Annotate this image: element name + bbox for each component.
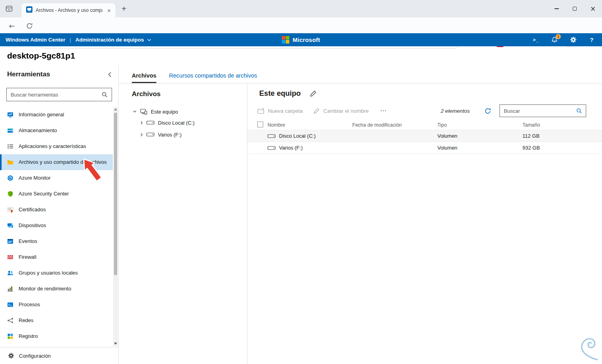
sidebar-item-firewall[interactable]: Firewall bbox=[0, 249, 113, 265]
content-tabs: Archivos Recursos compartidos de archivo… bbox=[119, 65, 602, 83]
column-header-tipo[interactable]: Tipo bbox=[437, 122, 522, 128]
tab-archivos[interactable]: Archivos bbox=[132, 72, 156, 83]
tab-title: Archivos - Archivos y uso compa bbox=[36, 8, 103, 13]
page-title: desktop-5gc81p1 bbox=[7, 51, 75, 61]
maximize-button[interactable] bbox=[566, 0, 584, 17]
folder-icon bbox=[7, 159, 14, 165]
scrollbar-thumb[interactable] bbox=[114, 113, 117, 275]
sidebar-item-label: Dispositivos bbox=[19, 222, 46, 229]
sidebar-item-redes[interactable]: Redes bbox=[0, 313, 113, 328]
sidebar-item-registro[interactable]: Registro bbox=[0, 328, 113, 344]
edit-path-icon[interactable] bbox=[310, 90, 317, 97]
close-icon: × bbox=[590, 6, 596, 12]
chevron-right-icon bbox=[141, 121, 143, 125]
minimize-icon bbox=[555, 8, 559, 9]
sidebar-item-monitor-rendimiento[interactable]: Monitor de rendimiento bbox=[0, 281, 113, 297]
refresh-button[interactable] bbox=[24, 21, 35, 31]
close-window-button[interactable]: × bbox=[584, 0, 602, 17]
column-header-tamano[interactable]: Tamaño bbox=[522, 122, 602, 128]
active-tab[interactable]: Archivos - Archivos y uso compa × bbox=[21, 3, 116, 17]
table-row[interactable]: Disco Local (C:) Volumen 112 GB bbox=[247, 130, 602, 142]
new-folder-label: Nueva carpeta bbox=[268, 108, 303, 114]
tree-root-este-equipo[interactable]: Este equipo bbox=[133, 106, 247, 117]
sidebar-item-dispositivos[interactable]: Dispositivos bbox=[0, 218, 113, 233]
settings-label: Configuración bbox=[19, 353, 51, 359]
tab-recursos-compartidos[interactable]: Recursos compartidos de archivos bbox=[169, 72, 257, 83]
new-tab-button[interactable]: + bbox=[119, 4, 129, 14]
powershell-icon[interactable]: >_ bbox=[532, 36, 540, 44]
more-options-icon[interactable]: ⋯ bbox=[380, 110, 387, 112]
overview-icon bbox=[7, 112, 14, 118]
sidebar-item-label: Eventos bbox=[19, 238, 37, 245]
sidebar-scrollbar[interactable] bbox=[113, 107, 118, 346]
notifications-bell-icon[interactable]: 1 bbox=[551, 36, 558, 44]
tree-node-disco-c[interactable]: Disco Local (C:) bbox=[141, 117, 247, 129]
tree-node-varios-f[interactable]: Varios (F:) bbox=[141, 129, 247, 140]
tools-search-box bbox=[6, 88, 112, 101]
column-header-nombre[interactable]: Nombre bbox=[268, 122, 352, 128]
search-icon bbox=[102, 92, 108, 98]
tab-actions-button[interactable] bbox=[5, 4, 13, 13]
certificate-icon bbox=[7, 207, 14, 213]
sidebar-item-certificados[interactable]: Certificados bbox=[0, 202, 113, 218]
help-icon[interactable]: ? bbox=[588, 36, 596, 44]
collapse-sidebar-icon[interactable] bbox=[108, 72, 111, 77]
sidebar-item-azure-security-center[interactable]: Azure Security Center bbox=[0, 186, 113, 202]
sidebar-item-label: Procesos bbox=[19, 301, 40, 308]
row-size: 932 GB bbox=[522, 145, 602, 151]
select-all-checkbox[interactable] bbox=[257, 121, 263, 127]
rename-button[interactable]: Cambiar el nombre bbox=[313, 108, 369, 114]
files-toolbar: Nueva carpeta Cambiar el nombre ⋯ 2 elem… bbox=[247, 104, 602, 117]
tree-title: Archivos bbox=[132, 90, 247, 98]
maximize-icon bbox=[573, 7, 577, 11]
new-folder-button[interactable]: Nueva carpeta bbox=[257, 108, 303, 114]
chevron-down-icon bbox=[133, 110, 137, 113]
row-type: Volumen bbox=[437, 145, 522, 151]
wac-header-actions: >_ 1 ? bbox=[532, 33, 596, 46]
row-name: Varios (F:) bbox=[279, 145, 303, 151]
close-tab-icon[interactable]: × bbox=[106, 7, 112, 14]
sidebar-item-informacion-general[interactable]: Información general bbox=[0, 107, 113, 123]
drive-icon bbox=[268, 146, 275, 150]
sidebar-item-grupos-usuarios[interactable]: Grupos y usuarios locales bbox=[0, 265, 113, 281]
sidebar-item-eventos[interactable]: Eventos bbox=[0, 233, 113, 249]
storage-icon bbox=[7, 127, 14, 134]
column-header-fecha[interactable]: Fecha de modificación bbox=[352, 122, 437, 128]
files-content-pane: Este equipo Nueva carpeta Cambiar el nom… bbox=[247, 83, 602, 364]
drive-icon bbox=[146, 120, 154, 125]
sidebar-item-almacenamiento[interactable]: Almacenamiento bbox=[0, 123, 113, 138]
sidebar-title: Herramientas bbox=[7, 70, 50, 78]
tree-node-label: Disco Local (C:) bbox=[158, 120, 194, 126]
browser-window: Archivos - Archivos y uso compa × + × ← … bbox=[0, 0, 602, 364]
sidebar-item-aplicaciones[interactable]: Aplicaciones y características bbox=[0, 138, 113, 154]
minimize-button[interactable] bbox=[547, 0, 566, 17]
computer-icon bbox=[140, 109, 147, 115]
tab-actions-icon bbox=[5, 5, 13, 13]
sidebar-item-label: Redes bbox=[19, 317, 34, 324]
tools-search-input[interactable] bbox=[11, 92, 102, 98]
sidebar-item-label: Azure Security Center bbox=[19, 191, 69, 197]
sidebar-item-procesos[interactable]: Procesos bbox=[0, 297, 113, 313]
files-search-input[interactable] bbox=[504, 108, 576, 114]
main-area: Archivos Recursos compartidos de archivo… bbox=[119, 65, 602, 364]
tools-sidebar: Herramientas Información general Almacen… bbox=[0, 65, 119, 364]
sidebar-item-label: Almacenamiento bbox=[19, 127, 57, 134]
sidebar-item-azure-monitor[interactable]: Azure Monitor bbox=[0, 170, 113, 186]
sidebar-item-label: Registro bbox=[19, 333, 38, 340]
settings-gear-icon[interactable] bbox=[569, 36, 577, 44]
table-row[interactable]: Varios (F:) Volumen 932 GB bbox=[247, 142, 602, 154]
drive-icon bbox=[268, 134, 275, 138]
scroll-up-icon[interactable] bbox=[113, 107, 118, 112]
files-search-box bbox=[499, 104, 586, 117]
sidebar-settings[interactable]: Configuración bbox=[0, 347, 118, 364]
scroll-down-icon[interactable] bbox=[113, 341, 118, 346]
firewall-icon bbox=[7, 254, 14, 260]
refresh-list-icon[interactable] bbox=[484, 108, 491, 114]
network-icon bbox=[7, 317, 14, 324]
search-icon bbox=[576, 108, 582, 114]
new-folder-icon bbox=[257, 108, 264, 114]
sidebar-item-label: Monitor de rendimiento bbox=[19, 286, 71, 292]
sidebar-item-archivos[interactable]: Archivos y uso compartido de archivos bbox=[0, 154, 113, 170]
sidebar-item-label: Grupos y usuarios locales bbox=[19, 270, 78, 277]
back-button[interactable]: ← bbox=[6, 21, 17, 31]
